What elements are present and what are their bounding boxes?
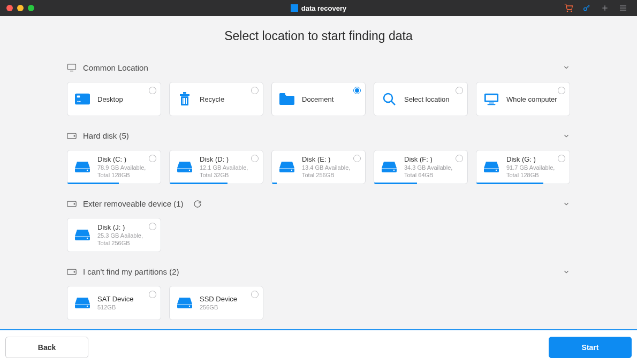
app-title-text: data recovery	[301, 4, 347, 12]
radio-button[interactable]	[251, 155, 259, 162]
svg-point-36	[393, 170, 395, 171]
svg-point-12	[77, 101, 78, 102]
app-title: data recovery	[0, 4, 637, 12]
card-select-location[interactable]: Select location	[374, 82, 468, 116]
card-sublabel: 13.4 GB Available, Total 256GB	[302, 164, 358, 179]
radio-button[interactable]	[558, 87, 565, 94]
footer-separator	[0, 329, 637, 330]
disk-icon	[279, 160, 294, 175]
common-cards: Desktop Recycle Docement	[67, 82, 570, 116]
radio-button[interactable]	[353, 87, 361, 94]
svg-rect-35	[382, 168, 397, 169]
radio-button[interactable]	[558, 155, 565, 162]
radio-button[interactable]	[149, 291, 156, 298]
back-button[interactable]: Back	[5, 337, 88, 358]
svg-point-44	[74, 271, 75, 272]
svg-point-32	[189, 170, 190, 171]
card-sublabel: 25.3 GB Aailable, Total 256GB	[97, 232, 153, 247]
card-label: Disk (E: )	[302, 155, 358, 163]
radio-button[interactable]	[149, 155, 156, 162]
svg-rect-17	[183, 98, 184, 104]
card-whole-computer[interactable]: Whole computer	[476, 82, 570, 116]
section-header-hard-disk[interactable]: Hard disk (5)	[67, 127, 570, 145]
radio-button[interactable]	[149, 87, 156, 94]
card-sublabel: 78.9 GB Available, Total 128GB	[97, 164, 153, 179]
card-document[interactable]: Docement	[271, 82, 366, 116]
card-disk-j[interactable]: Disk (J: ) 25.3 GB Aailable, Total 256GB	[67, 218, 161, 252]
section-header-common[interactable]: Common Location	[67, 58, 570, 77]
disk-icon	[75, 228, 90, 242]
footer: Back Start	[0, 330, 637, 364]
card-label: SAT Device	[97, 295, 133, 303]
radio-button[interactable]	[456, 155, 463, 162]
svg-point-21	[384, 94, 392, 102]
svg-rect-8	[68, 64, 76, 70]
svg-rect-24	[486, 95, 497, 101]
section-title: I can't find my partitions (2)	[83, 267, 179, 276]
radio-button[interactable]	[251, 291, 259, 298]
radio-button[interactable]	[149, 223, 156, 230]
svg-rect-31	[177, 168, 192, 169]
desktop-icon	[75, 92, 90, 107]
radio-button[interactable]	[456, 87, 463, 94]
card-disk-f[interactable]: Disk (F: ) 34.3 GB Available, Total 64GB	[374, 150, 468, 184]
disk-icon	[75, 295, 90, 310]
disk-icon	[75, 160, 90, 175]
svg-rect-45	[75, 304, 90, 305]
start-button[interactable]: Start	[549, 337, 632, 358]
svg-rect-11	[77, 95, 80, 97]
disk-icon	[177, 295, 192, 310]
usage-bar	[170, 183, 228, 184]
svg-point-28	[74, 135, 75, 136]
card-label: SSD Device	[200, 295, 237, 303]
disk-icon	[177, 160, 192, 175]
svg-rect-41	[75, 236, 90, 237]
svg-rect-47	[177, 304, 192, 305]
radio-button[interactable]	[353, 155, 361, 162]
chevron-down-icon	[563, 64, 570, 71]
card-sublabel: 91.7 GB Available, Total 128GB	[506, 164, 562, 179]
section-title: Common Location	[83, 63, 148, 72]
svg-point-13	[79, 101, 80, 102]
computer-icon	[484, 92, 499, 107]
chevron-down-icon	[563, 268, 570, 276]
svg-rect-25	[489, 103, 494, 104]
card-disk-g[interactable]: Disk (G: ) 91.7 GB Available, Total 128G…	[476, 150, 570, 184]
section-title: Hard disk (5)	[83, 131, 129, 140]
svg-point-40	[74, 203, 75, 204]
drive-icon	[67, 268, 77, 276]
card-sat-device[interactable]: SAT Device 512GB	[67, 286, 161, 320]
card-sublabel: 12.1 GB Available, Total 32GB	[200, 164, 255, 179]
card-desktop[interactable]: Desktop	[67, 82, 161, 116]
svg-point-46	[87, 306, 88, 307]
card-disk-e[interactable]: Disk (E: ) 13.4 GB Available, Total 256G…	[271, 150, 366, 184]
svg-point-30	[87, 170, 88, 171]
svg-rect-33	[279, 168, 294, 169]
folder-icon	[279, 92, 294, 107]
section-header-removable[interactable]: Exter removeable device (1)	[67, 195, 570, 213]
section-header-partitions[interactable]: I can't find my partitions (2)	[67, 263, 570, 280]
app-logo-icon	[291, 4, 298, 12]
drive-icon	[67, 132, 77, 140]
drive-icon	[67, 200, 77, 208]
card-disk-c[interactable]: Disk (C: ) 78.9 GB Available, Total 128G…	[67, 150, 161, 184]
chevron-down-icon	[563, 132, 570, 140]
titlebar: data recovery	[0, 0, 637, 16]
trash-icon	[177, 92, 192, 107]
svg-rect-19	[186, 98, 187, 104]
card-recycle[interactable]: Recycle	[169, 82, 263, 116]
card-ssd-device[interactable]: SSD Device 256GB	[169, 286, 263, 320]
card-label: Desktop	[97, 95, 123, 103]
card-label: Disk (G: )	[506, 155, 562, 163]
svg-rect-18	[184, 98, 185, 104]
card-label: Select location	[404, 95, 450, 103]
card-label: Disk (D: )	[200, 155, 255, 163]
svg-point-34	[291, 170, 292, 171]
svg-rect-20	[279, 93, 285, 95]
refresh-icon[interactable]	[193, 200, 202, 208]
svg-point-42	[87, 238, 88, 239]
page-title: Select location to start finding data	[0, 29, 637, 43]
radio-button[interactable]	[251, 87, 259, 94]
card-disk-d[interactable]: Disk (D: ) 12.1 GB Available, Total 32GB	[169, 150, 263, 184]
card-label: Whole computer	[506, 95, 557, 103]
